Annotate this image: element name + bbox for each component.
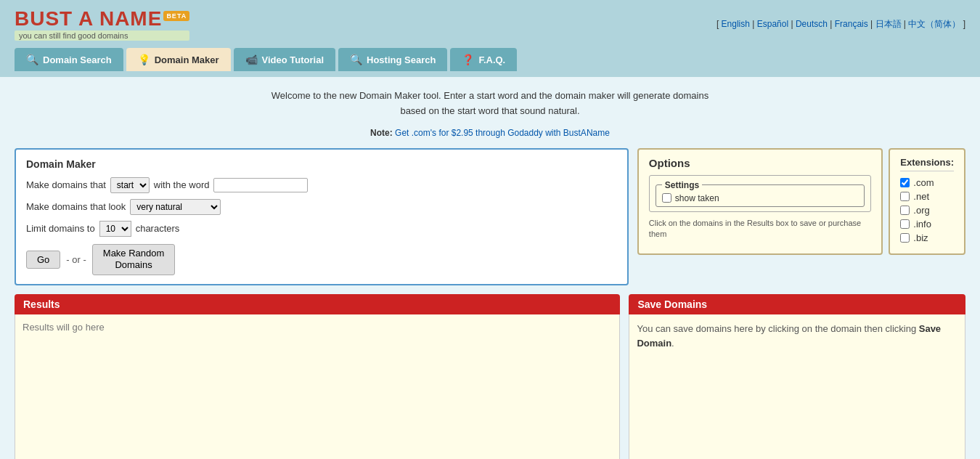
ext-net-label: .net — [913, 191, 929, 202]
tool-row: Domain Maker Make domains that start end… — [15, 148, 965, 286]
ext-org-label: .org — [913, 205, 929, 216]
results-content: Results will go here — [15, 314, 620, 459]
or-text: - or - — [66, 254, 86, 265]
header: BUST A NAMEBETA you can still find good … — [0, 0, 980, 48]
make-random-button[interactable]: Make Random Domains — [92, 244, 176, 276]
faq-icon: ❓ — [462, 54, 474, 65]
ext-org-checkbox[interactable] — [900, 206, 910, 215]
tab-video-tutorial-label: Video Tutorial — [262, 54, 324, 65]
save-text-before: You can save domains here by clicking on… — [637, 323, 918, 334]
look-label: Make domains that look — [26, 201, 126, 212]
tab-faq-label: F.A.Q. — [478, 54, 505, 65]
beta-badge: BETA — [163, 11, 189, 21]
limit-label: Limit domains to — [26, 223, 95, 234]
ext-info-checkbox[interactable] — [900, 219, 910, 229]
domain-maker-title: Domain Maker — [26, 158, 617, 170]
note-label: Note: — [370, 128, 393, 138]
lang-english[interactable]: English — [722, 19, 750, 29]
settings-fieldset: Settings show taken — [656, 180, 865, 207]
tab-hosting-search[interactable]: 🔍 Hosting Search — [338, 48, 447, 71]
settings-group: Settings show taken — [649, 175, 871, 212]
start-end-select[interactable]: start end — [110, 177, 150, 193]
make-domains-label: Make domains that — [26, 179, 106, 190]
natural-select[interactable]: very natural natural somewhat natural an… — [130, 199, 221, 215]
logo-text: BUST A NAME — [15, 7, 162, 30]
random-line2: Domains — [103, 259, 165, 272]
save-content: You can save domains here by clicking on… — [629, 314, 965, 459]
tab-domain-maker-label: Domain Maker — [155, 54, 219, 65]
note-content: Get .com's for $2.95 through Godaddy wit… — [395, 128, 610, 138]
ext-biz-label: .biz — [913, 232, 928, 243]
save-text-after: . — [671, 338, 674, 349]
ext-biz-row: .biz — [900, 232, 954, 243]
go-button[interactable]: Go — [26, 251, 60, 269]
tab-faq[interactable]: ❓ F.A.Q. — [450, 48, 517, 71]
ext-com-checkbox[interactable] — [900, 178, 910, 187]
ext-com-row: .com — [900, 177, 954, 188]
domain-maker-box: Domain Maker Make domains that start end… — [15, 148, 629, 286]
start-word-input[interactable] — [213, 178, 308, 192]
show-taken-label: show taken — [675, 193, 719, 203]
save-box: Save Domains You can save domains here b… — [629, 294, 965, 459]
search-icon: 🔍 — [26, 54, 38, 65]
ext-com-label: .com — [913, 177, 934, 188]
lang-espanol[interactable]: Español — [757, 19, 788, 29]
tab-domain-search[interactable]: 🔍 Domain Search — [15, 48, 123, 71]
options-ext-col: Options Settings show taken Click on the… — [637, 148, 965, 255]
language-bar: [ English | Español | Deutsch | Français… — [716, 18, 965, 31]
lang-deutsch[interactable]: Deutsch — [796, 19, 828, 29]
results-box: Results Results will go here — [15, 294, 620, 459]
results-placeholder: Results will go here — [23, 322, 105, 333]
main-content: Welcome to the new Domain Maker tool. En… — [0, 77, 980, 459]
tab-hosting-search-label: Hosting Search — [367, 54, 436, 65]
options-box: Options Settings show taken Click on the… — [637, 148, 883, 255]
show-taken-row: show taken — [662, 193, 858, 203]
ext-net-row: .net — [900, 191, 954, 202]
settings-legend: Settings — [662, 180, 702, 190]
ext-net-checkbox[interactable] — [900, 192, 910, 201]
hosting-icon: 🔍 — [350, 54, 362, 65]
look-natural-row: Make domains that look very natural natu… — [26, 199, 617, 215]
char-limit-row: Limit domains to 10 8 12 15 20 character… — [26, 221, 617, 237]
with-word-label: with the word — [154, 179, 210, 190]
ext-org-row: .org — [900, 205, 954, 216]
show-taken-checkbox[interactable] — [662, 193, 671, 203]
note-text: Note: Get .com's for $2.95 through Godad… — [15, 128, 965, 138]
save-header: Save Domains — [629, 294, 965, 314]
welcome-line1: Welcome to the new Domain Maker tool. En… — [271, 90, 709, 101]
options-note: Click on the domains in the Results box … — [649, 218, 871, 240]
lang-japanese[interactable]: 日本語 — [875, 19, 902, 29]
ext-info-label: .info — [913, 219, 931, 230]
note-link[interactable]: Get .com's for $2.95 through Godaddy wit… — [395, 128, 610, 138]
ext-biz-checkbox[interactable] — [900, 233, 910, 243]
action-row: Go - or - Make Random Domains — [26, 244, 617, 276]
tab-video-tutorial[interactable]: 📹 Video Tutorial — [234, 48, 335, 71]
logo-area: BUST A NAMEBETA you can still find good … — [15, 7, 189, 41]
lang-chinese[interactable]: 中文（简体） — [908, 19, 960, 29]
results-row: Results Results will go here Save Domain… — [15, 294, 965, 459]
tab-domain-maker[interactable]: 💡 Domain Maker — [126, 48, 231, 71]
tab-domain-search-label: Domain Search — [43, 54, 112, 65]
bulb-icon: 💡 — [138, 54, 150, 65]
lang-francais[interactable]: Français — [835, 19, 868, 29]
logo-title: BUST A NAMEBETA — [15, 7, 189, 31]
extensions-title: Extensions: — [900, 157, 954, 171]
welcome-line2: based on the start word that sound natur… — [400, 105, 579, 116]
logo-subtitle: you can still find good domains — [15, 31, 189, 41]
start-word-row: Make domains that start end with the wor… — [26, 177, 617, 193]
ext-info-row: .info — [900, 219, 954, 230]
random-line1: Make Random — [103, 248, 165, 260]
char-limit-select[interactable]: 10 8 12 15 20 — [99, 221, 131, 237]
options-title: Options — [649, 157, 871, 169]
results-header: Results — [15, 294, 620, 314]
welcome-text: Welcome to the new Domain Maker tool. En… — [15, 89, 965, 119]
extensions-box: Extensions: .com .net .org .info — [889, 148, 965, 255]
navigation: 🔍 Domain Search 💡 Domain Maker 📹 Video T… — [0, 48, 980, 77]
video-icon: 📹 — [245, 54, 258, 65]
characters-label: characters — [136, 223, 180, 234]
